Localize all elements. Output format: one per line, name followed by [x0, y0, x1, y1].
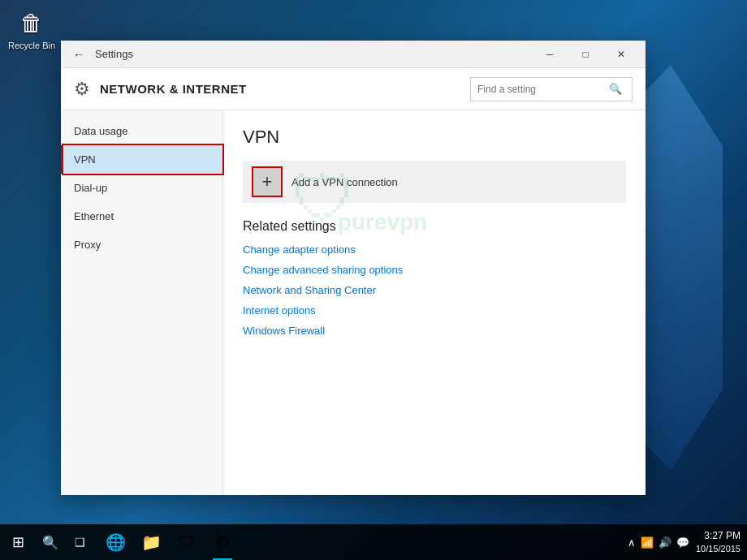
- link-change-advanced-sharing[interactable]: Change advanced sharing options: [243, 264, 626, 276]
- task-view-button[interactable]: ❑: [65, 524, 94, 560]
- link-windows-firewall[interactable]: Windows Firewall: [243, 325, 626, 337]
- volume-icon[interactable]: 🔊: [658, 536, 671, 549]
- taskbar-clock[interactable]: 3:27 PM 10/15/2015: [696, 529, 741, 555]
- header-title: NETWORK & INTERNET: [100, 82, 470, 96]
- recycle-bin-icon[interactable]: 🗑 Recycle Bin: [8, 6, 55, 50]
- sidebar-item-dialup[interactable]: Dial-up: [61, 174, 222, 202]
- add-vpn-row[interactable]: + Add a VPN connection: [243, 161, 626, 203]
- link-network-sharing-center[interactable]: Network and Sharing Center: [243, 284, 626, 296]
- taskbar: ⊞ 🔍 ❑ 🌐 📁 🛡 ⚙ ∧ 📶 🔊 💬: [0, 524, 747, 560]
- clock-time: 3:27 PM: [696, 529, 741, 543]
- gear-icon: ⚙: [74, 79, 90, 100]
- taskbar-apps: 🌐 📁 🛡 ⚙: [97, 524, 240, 560]
- close-button[interactable]: ✕: [603, 41, 639, 68]
- search-box[interactable]: 🔍: [470, 77, 633, 101]
- sidebar: Data usage VPN Dial-up Ethernet Proxy: [61, 110, 223, 495]
- add-vpn-button[interactable]: +: [253, 167, 282, 196]
- recycle-bin-label: Recycle Bin: [8, 41, 55, 50]
- desktop: 🗑 Recycle Bin ← Settings ─ □ ✕ ⚙ NETWORK…: [0, 0, 747, 560]
- title-bar: ← Settings ─ □ ✕: [61, 41, 646, 68]
- search-input[interactable]: [471, 84, 609, 95]
- sidebar-item-data-usage[interactable]: Data usage: [61, 117, 222, 145]
- start-button[interactable]: ⊞: [0, 524, 36, 560]
- settings-body: Data usage VPN Dial-up Ethernet Proxy 🛡 …: [61, 110, 646, 495]
- link-change-adapter-options[interactable]: Change adapter options: [243, 243, 626, 256]
- store-icon: 🛡: [179, 533, 195, 552]
- taskbar-app-explorer[interactable]: 📁: [133, 524, 169, 560]
- sidebar-item-ethernet[interactable]: Ethernet: [61, 202, 222, 230]
- settings-window: ← Settings ─ □ ✕ ⚙ NETWORK & INTERNET 🔍 …: [61, 41, 646, 495]
- back-button[interactable]: ←: [67, 43, 90, 66]
- sidebar-item-vpn[interactable]: VPN: [61, 145, 222, 174]
- network-icon[interactable]: 📶: [641, 536, 654, 549]
- taskbar-search-button[interactable]: 🔍: [36, 524, 65, 560]
- vpn-section-title: VPN: [243, 127, 626, 148]
- minimize-button[interactable]: ─: [532, 41, 568, 68]
- edge-icon: 🌐: [106, 532, 126, 552]
- system-tray-icons: ∧ 📶 🔊 💬: [628, 536, 689, 549]
- search-icon: 🔍: [609, 83, 627, 95]
- main-content: 🛡 purevpn VPN + Add a VPN connection Rel…: [223, 110, 646, 495]
- sidebar-item-proxy[interactable]: Proxy: [61, 230, 222, 259]
- link-internet-options[interactable]: Internet options: [243, 304, 626, 317]
- chevron-up-icon[interactable]: ∧: [628, 536, 636, 549]
- settings-icon: ⚙: [215, 532, 230, 552]
- settings-header: ⚙ NETWORK & INTERNET 🔍: [61, 68, 646, 110]
- related-settings-title: Related settings: [243, 219, 626, 234]
- taskbar-right: ∧ 📶 🔊 💬 3:27 PM 10/15/2015: [628, 529, 747, 555]
- recycle-bin-graphic: 🗑: [15, 6, 48, 39]
- window-title: Settings: [95, 48, 532, 60]
- window-controls: ─ □ ✕: [532, 41, 639, 68]
- add-vpn-label: Add a VPN connection: [291, 176, 398, 188]
- clock-date: 10/15/2015: [696, 543, 741, 555]
- explorer-icon: 📁: [141, 532, 162, 552]
- taskbar-app-store[interactable]: 🛡: [169, 524, 205, 560]
- notification-icon[interactable]: 💬: [676, 536, 689, 549]
- taskbar-app-settings[interactable]: ⚙: [205, 524, 240, 560]
- maximize-button[interactable]: □: [568, 41, 603, 68]
- taskbar-app-edge[interactable]: 🌐: [97, 524, 133, 560]
